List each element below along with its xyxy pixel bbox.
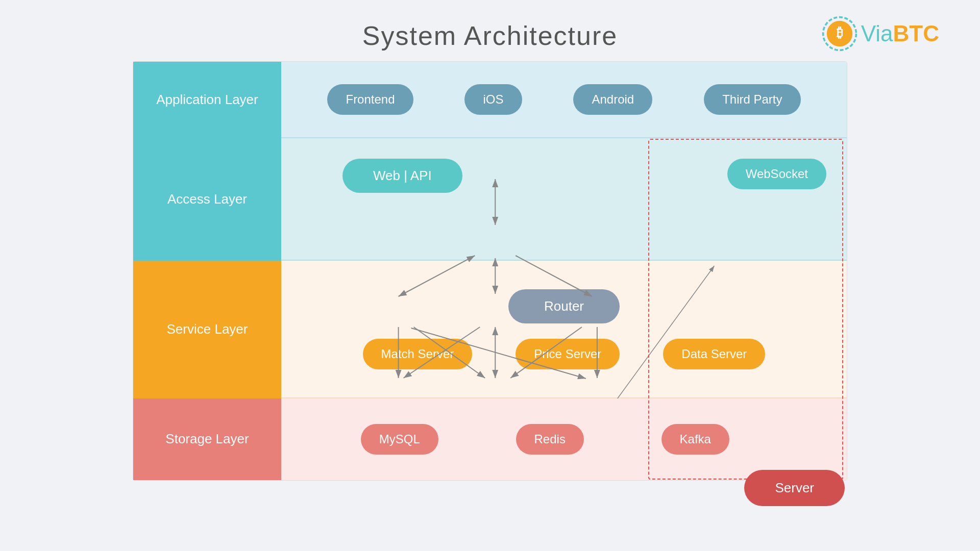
- server-pill: Server: [744, 470, 845, 506]
- service-row: Router Match Server Price Server Dat: [281, 261, 847, 398]
- svg-text:₿: ₿: [836, 26, 843, 40]
- storage-row: MySQL Redis Kafka: [281, 398, 847, 480]
- content-area: Frontend iOS Android Third Party Web: [281, 62, 847, 480]
- data-server-pill: Data Server: [663, 339, 765, 369]
- mysql-pill: MySQL: [361, 424, 438, 455]
- logo-text: ViaBTC: [861, 21, 939, 46]
- service-bottom: Match Server Price Server Data Server: [341, 339, 787, 369]
- architecture-diagram: Application Layer Access Layer Service L…: [133, 61, 847, 481]
- title-area: System Architecture ₿ ViaBTC: [0, 0, 980, 61]
- server-button-container: Server: [744, 470, 845, 506]
- logo-btc: BTC: [893, 21, 939, 46]
- android-pill: Android: [573, 84, 652, 115]
- diagram-wrapper: Application Layer Access Layer Service L…: [133, 61, 847, 481]
- frontend-pill: Frontend: [327, 84, 413, 115]
- ios-pill: iOS: [464, 84, 522, 115]
- viabtc-logo-icon: ₿: [821, 15, 858, 52]
- match-server-pill: Match Server: [363, 339, 473, 369]
- service-layer-label: Service Layer: [133, 261, 281, 398]
- third-party-pill: Third Party: [704, 84, 800, 115]
- storage-layer-label: Storage Layer: [133, 398, 281, 480]
- access-row: Web | API WebSocket: [281, 138, 847, 261]
- router-pill: Router: [508, 289, 620, 323]
- kafka-pill: Kafka: [662, 424, 729, 455]
- logo-via: Via: [861, 21, 893, 46]
- web-api-pill: Web | API: [342, 159, 462, 193]
- service-top: Router: [302, 289, 826, 323]
- service-inner: Router Match Server Price Server Dat: [302, 289, 826, 369]
- redis-pill: Redis: [516, 424, 584, 455]
- labels-column: Application Layer Access Layer Service L…: [133, 62, 281, 480]
- storage-inner: MySQL Redis Kafka: [322, 424, 768, 455]
- application-layer-label: Application Layer: [133, 62, 281, 138]
- websocket-pill: WebSocket: [727, 159, 826, 189]
- price-server-pill: Price Server: [516, 339, 620, 369]
- main-container: System Architecture ₿ ViaBTC Application…: [0, 0, 980, 551]
- application-row: Frontend iOS Android Third Party: [281, 62, 847, 138]
- logo-area: ₿ ViaBTC: [821, 15, 939, 52]
- access-layer-label: Access Layer: [133, 138, 281, 261]
